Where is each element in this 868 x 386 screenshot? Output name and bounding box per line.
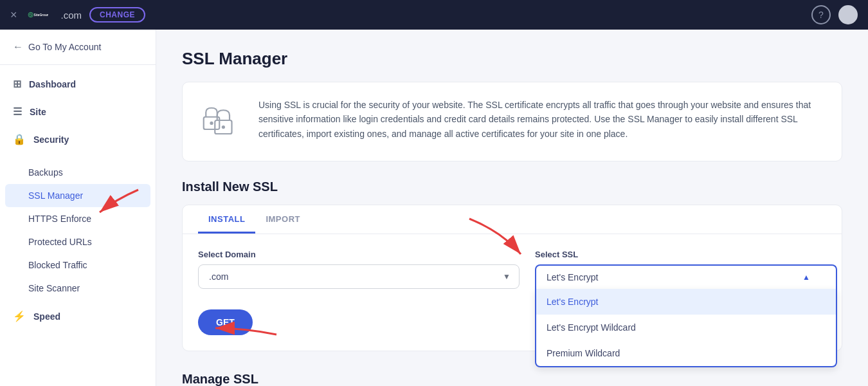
install-section-title: Install New SSL: [182, 179, 842, 194]
svg-text:SiteGround: SiteGround: [33, 14, 48, 17]
sidebar-item-security[interactable]: 🔒 Security: [0, 125, 156, 153]
back-arrow-icon: ←: [13, 41, 23, 53]
tab-install[interactable]: INSTALL: [198, 205, 255, 234]
sidebar: ← Go To My Account ⊞ Dashboard ☰ Site 🔒 …: [0, 30, 156, 386]
sidebar-item-label-speed: Speed: [33, 311, 60, 322]
top-navigation: × SiteGround .com CHANGE ?: [0, 0, 868, 30]
install-tab-content: Select Domain .com ▼ Select SSL: [183, 234, 842, 351]
sidebar-item-ssl-manager[interactable]: SSL Manager: [5, 184, 150, 207]
back-label: Go To My Account: [28, 42, 101, 52]
main-content: SSL Manager Using SSL is crucial for the…: [156, 30, 868, 386]
svg-point-4: [210, 122, 213, 125]
sidebar-item-blocked-traffic[interactable]: Blocked Traffic: [0, 253, 156, 277]
change-domain-button[interactable]: CHANGE: [89, 7, 145, 23]
info-description: Using SSL is crucial for the security of…: [258, 98, 826, 141]
sidebar-item-speed[interactable]: ⚡ Speed: [0, 302, 156, 330]
help-button[interactable]: ?: [811, 5, 831, 24]
sidebar-item-dashboard[interactable]: ⊞ Dashboard: [0, 70, 156, 98]
site-logo: SiteGround: [28, 5, 48, 25]
sidebar-section-main: ⊞ Dashboard ☰ Site 🔒 Security: [0, 65, 156, 158]
ssl-option-lets-encrypt[interactable]: Let's Encrypt: [536, 289, 836, 315]
ssl-form-group: Select SSL Let's Encrypt ▲ Let's Encrypt…: [535, 250, 837, 289]
domain-label: Select Domain: [198, 250, 520, 259]
close-icon[interactable]: ×: [10, 8, 17, 22]
ssl-locks-icon: [198, 98, 243, 143]
info-card: Using SSL is crucial for the security of…: [182, 82, 842, 161]
user-avatar[interactable]: [838, 5, 858, 24]
ssl-chevron-up-icon: ▲: [802, 273, 810, 282]
sidebar-item-https-enforce[interactable]: HTTPS Enforce: [0, 207, 156, 230]
ssl-option-lets-encrypt-wildcard[interactable]: Let's Encrypt Wildcard: [536, 315, 836, 340]
ssl-icon-container: [198, 98, 243, 145]
form-row: Select Domain .com ▼ Select SSL: [198, 250, 826, 289]
ssl-option-premium-wildcard[interactable]: Premium Wildcard: [536, 340, 836, 366]
tab-import[interactable]: IMPORT: [255, 205, 311, 234]
get-ssl-button[interactable]: GET: [198, 309, 253, 335]
domain-display: .com: [61, 10, 82, 21]
sidebar-item-protected-urls[interactable]: Protected URLs: [0, 230, 156, 253]
page-title: SSL Manager: [182, 49, 842, 69]
site-icon: ☰: [13, 106, 22, 118]
sidebar-item-label-dashboard: Dashboard: [29, 79, 76, 89]
dashboard-icon: ⊞: [13, 78, 21, 90]
ssl-label: Select SSL: [535, 250, 837, 259]
siteground-logo-svg: SiteGround: [28, 5, 48, 25]
sidebar-item-site-scanner[interactable]: Site Scanner: [0, 277, 156, 300]
sidebar-item-label-site: Site: [30, 107, 46, 117]
install-tabs: INSTALL IMPORT: [183, 205, 842, 234]
sidebar-item-site[interactable]: ☰ Site: [0, 98, 156, 125]
domain-form-group: Select Domain .com ▼: [198, 250, 520, 289]
domain-select-wrapper: .com ▼: [198, 264, 520, 289]
security-sub-menu: Backups SSL Manager HTTPS Enforce Protec…: [0, 158, 156, 302]
sidebar-item-backups[interactable]: Backups: [0, 161, 156, 184]
ssl-selected-value: Let's Encrypt: [547, 272, 599, 282]
ssl-select-wrapper[interactable]: Let's Encrypt ▲ Let's Encrypt Let's Encr…: [535, 264, 837, 289]
speed-icon: ⚡: [13, 310, 26, 322]
go-to-account-link[interactable]: ← Go To My Account: [0, 30, 156, 65]
svg-point-6: [222, 125, 225, 129]
manage-ssl-title: Manage SSL: [182, 372, 842, 386]
install-card: INSTALL IMPORT Select Domain .com ▼: [182, 205, 842, 351]
ssl-select-display[interactable]: Let's Encrypt ▲: [535, 264, 837, 289]
lock-icon: 🔒: [13, 133, 26, 145]
domain-select[interactable]: .com: [198, 264, 520, 289]
ssl-dropdown: Let's Encrypt Let's Encrypt Wildcard Pre…: [535, 289, 837, 367]
sidebar-item-label-security: Security: [33, 134, 69, 145]
